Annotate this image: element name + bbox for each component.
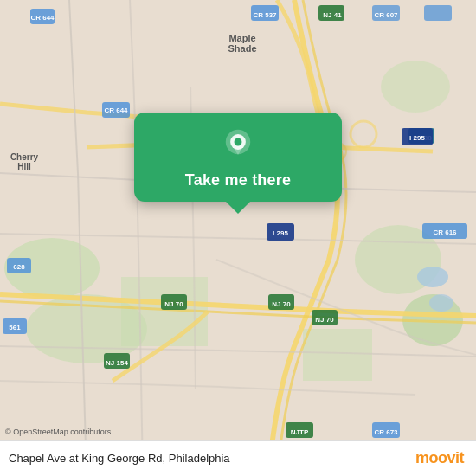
svg-text:NJ 154: NJ 154 bbox=[106, 359, 128, 367]
svg-text:I 295: I 295 bbox=[409, 134, 425, 142]
svg-text:Hill: Hill bbox=[17, 162, 31, 171]
moovit-logo-text: moovit bbox=[415, 449, 464, 467]
svg-text:CR 607: CR 607 bbox=[374, 11, 398, 19]
svg-rect-6 bbox=[303, 329, 372, 381]
svg-text:NJ 70: NJ 70 bbox=[164, 300, 183, 308]
svg-text:628: 628 bbox=[13, 263, 25, 271]
svg-text:CR 616: CR 616 bbox=[433, 228, 457, 236]
svg-rect-16 bbox=[424, 5, 452, 21]
map-container: Maple Shade Cherry Hill CR 644 CR 644 CR… bbox=[0, 0, 476, 476]
svg-text:NJ 70: NJ 70 bbox=[272, 300, 291, 308]
svg-point-8 bbox=[417, 267, 448, 287]
location-pin-icon bbox=[221, 128, 255, 163]
svg-text:Shade: Shade bbox=[228, 43, 256, 54]
svg-point-9 bbox=[429, 294, 453, 312]
svg-point-7 bbox=[381, 61, 450, 113]
svg-text:NJ 41: NJ 41 bbox=[323, 11, 342, 19]
moovit-logo: moovit bbox=[415, 449, 464, 467]
address-label: Chapel Ave at King George Rd, Philadelph… bbox=[9, 452, 230, 465]
svg-text:I 295: I 295 bbox=[273, 229, 288, 237]
svg-text:CR 644: CR 644 bbox=[30, 14, 55, 22]
take-me-there-button[interactable]: Take me there bbox=[185, 171, 291, 190]
bottom-bar: Chapel Ave at King George Rd, Philadelph… bbox=[0, 440, 476, 476]
map-attribution: © OpenStreetMap contributors bbox=[5, 428, 111, 436]
svg-text:CR 644: CR 644 bbox=[104, 106, 128, 114]
svg-text:561: 561 bbox=[9, 324, 21, 331]
svg-text:Cherry: Cherry bbox=[10, 152, 39, 162]
svg-text:Maple: Maple bbox=[228, 33, 255, 43]
svg-text:CR 673: CR 673 bbox=[374, 428, 398, 436]
svg-text:CR 537: CR 537 bbox=[253, 11, 277, 19]
svg-text:NJTP: NJTP bbox=[291, 428, 309, 436]
popup-card: Take me there bbox=[134, 113, 342, 202]
svg-text:NJ 70: NJ 70 bbox=[315, 316, 334, 324]
svg-point-55 bbox=[235, 138, 242, 146]
map-background: Maple Shade Cherry Hill CR 644 CR 644 CR… bbox=[0, 0, 476, 476]
